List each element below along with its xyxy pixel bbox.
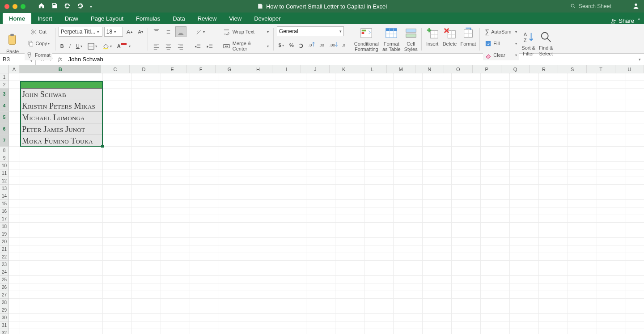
row-header[interactable]: 5	[0, 112, 9, 123]
cell[interactable]	[568, 192, 597, 200]
cell[interactable]	[335, 112, 364, 123]
cell[interactable]	[335, 123, 364, 135]
cell[interactable]	[20, 276, 103, 283]
align-bottom-button[interactable]	[175, 26, 186, 37]
cell[interactable]	[481, 200, 510, 207]
cell[interactable]	[597, 154, 626, 162]
cell[interactable]	[597, 329, 626, 334]
cell[interactable]	[306, 314, 335, 321]
cell[interactable]	[568, 89, 597, 100]
cell[interactable]	[248, 73, 277, 81]
cell[interactable]	[190, 112, 219, 123]
cell[interactable]	[423, 283, 452, 291]
cell[interactable]	[510, 223, 539, 230]
cell[interactable]	[20, 306, 103, 314]
col-header-G[interactable]: G	[216, 65, 244, 73]
cell[interactable]	[219, 185, 248, 192]
cell[interactable]	[20, 154, 103, 162]
cell[interactable]	[335, 89, 364, 100]
col-header-A[interactable]: A	[9, 65, 20, 73]
cell[interactable]	[364, 185, 394, 192]
cell[interactable]	[510, 169, 539, 177]
cell[interactable]	[364, 321, 394, 329]
cell[interactable]	[510, 238, 539, 245]
cell[interactable]	[597, 223, 626, 230]
cell[interactable]	[452, 329, 481, 334]
cell[interactable]	[103, 162, 132, 169]
cell[interactable]	[510, 299, 539, 306]
cell[interactable]	[510, 73, 539, 81]
cell[interactable]	[248, 261, 277, 268]
row-header[interactable]: 2	[0, 81, 9, 89]
cell[interactable]	[277, 147, 306, 154]
cell[interactable]	[9, 245, 20, 253]
cell[interactable]	[161, 185, 190, 192]
cell[interactable]	[626, 314, 644, 321]
cell[interactable]	[306, 100, 335, 112]
col-header-H[interactable]: H	[244, 65, 273, 73]
wrap-text-button[interactable]: Wrap Text▾	[221, 26, 271, 37]
cell[interactable]	[364, 283, 394, 291]
cell[interactable]	[190, 200, 219, 207]
cell[interactable]	[481, 89, 510, 100]
cell[interactable]	[597, 283, 626, 291]
cell[interactable]	[103, 112, 132, 123]
cell[interactable]	[626, 135, 644, 147]
cell[interactable]	[132, 123, 161, 135]
cell[interactable]	[190, 177, 219, 185]
cell[interactable]	[9, 314, 20, 321]
row-header[interactable]: 20	[0, 238, 9, 245]
conditional-formatting-button[interactable]: Conditional Formatting	[353, 26, 380, 52]
cell[interactable]	[510, 162, 539, 169]
cell[interactable]	[481, 329, 510, 334]
cell[interactable]	[423, 314, 452, 321]
cell[interactable]	[394, 169, 423, 177]
row-header[interactable]: 24	[0, 268, 9, 276]
cell[interactable]	[335, 329, 364, 334]
cell[interactable]	[219, 147, 248, 154]
cell[interactable]	[510, 100, 539, 112]
cell[interactable]	[335, 162, 364, 169]
font-color-button[interactable]: A▾	[115, 41, 132, 51]
cell[interactable]	[219, 192, 248, 200]
cell[interactable]	[568, 162, 597, 169]
cell[interactable]	[132, 73, 161, 81]
col-header-U[interactable]: U	[615, 65, 644, 73]
cell[interactable]	[335, 169, 364, 177]
cell[interactable]	[597, 185, 626, 192]
cell[interactable]	[132, 299, 161, 306]
cell[interactable]	[597, 276, 626, 283]
cell[interactable]	[452, 230, 481, 238]
sort-filter-button[interactable]: AZ Sort & Filter	[521, 30, 536, 56]
cell[interactable]	[103, 261, 132, 268]
cell[interactable]	[161, 162, 190, 169]
cut-button[interactable]: Cut	[25, 26, 52, 37]
cell[interactable]	[452, 245, 481, 253]
cell[interactable]	[394, 306, 423, 314]
cell[interactable]	[248, 253, 277, 261]
cell[interactable]	[597, 200, 626, 207]
cell[interactable]	[597, 238, 626, 245]
align-center-button[interactable]	[163, 41, 174, 51]
cell[interactable]	[394, 147, 423, 154]
cell[interactable]	[568, 299, 597, 306]
undo-icon[interactable]	[64, 2, 71, 10]
format-cells-button[interactable]: Format	[459, 26, 477, 47]
cell[interactable]	[248, 215, 277, 223]
cell[interactable]	[9, 112, 20, 123]
cell[interactable]	[161, 299, 190, 306]
cell[interactable]	[510, 329, 539, 334]
cell[interactable]	[277, 177, 306, 185]
cell[interactable]	[481, 223, 510, 230]
cell[interactable]	[423, 329, 452, 334]
cell[interactable]	[423, 245, 452, 253]
share-button[interactable]: Share	[610, 17, 634, 24]
cell[interactable]	[568, 154, 597, 162]
cell[interactable]	[132, 215, 161, 223]
cell[interactable]	[219, 215, 248, 223]
cell[interactable]	[394, 100, 423, 112]
cell[interactable]	[132, 112, 161, 123]
cell[interactable]	[190, 81, 219, 89]
cell[interactable]	[161, 89, 190, 100]
find-select-button[interactable]: Find & Select	[538, 30, 554, 56]
